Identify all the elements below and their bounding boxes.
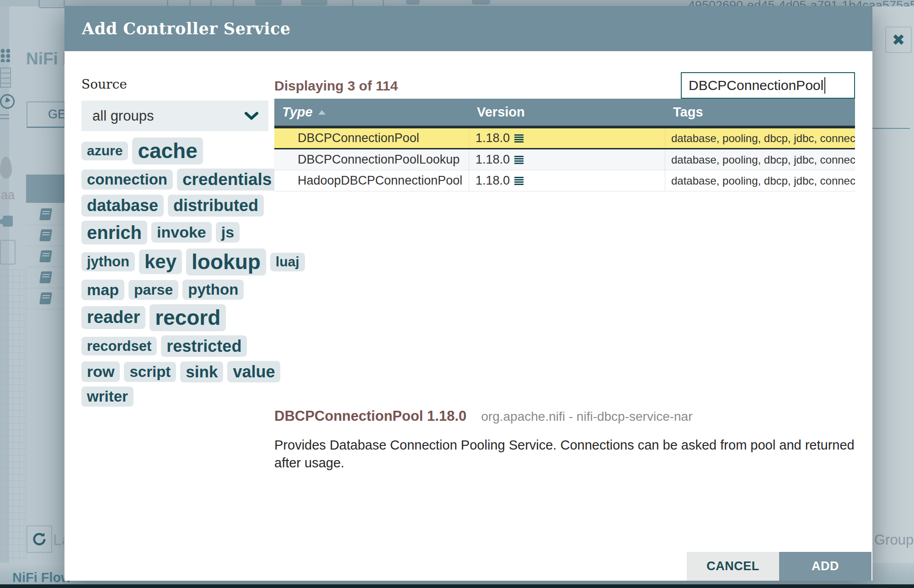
tag-pill-writer[interactable]: writer [81, 387, 134, 407]
book-icon [39, 271, 52, 283]
source-label: Source [81, 77, 127, 92]
tag-pill-cache[interactable]: cache [132, 138, 203, 164]
tag-cloud-row: enrichinvokejs [81, 221, 305, 244]
tag-pill-row[interactable]: row [81, 361, 120, 382]
column-header-tags: Tags [665, 105, 855, 120]
text-caret [824, 77, 825, 94]
version-list-icon[interactable] [514, 156, 524, 164]
nifi-logo-fragment [38, 0, 65, 8]
funnel-icon [406, 0, 420, 5]
tag-pill-js[interactable]: js [216, 222, 240, 243]
source-dropdown-value: all groups [92, 108, 154, 124]
service-detail-title: DBCPConnectionPool 1.18.0 [274, 408, 466, 424]
version-list-icon[interactable] [514, 134, 524, 143]
tag-cloud-row: connectioncredentials [81, 169, 305, 191]
tag-cloud-row: databasedistributed [81, 195, 305, 216]
tag-cloud: azurecacheconnectioncredentialsdatabased… [81, 138, 305, 407]
filter-input-value: DBCPConnectionPool [689, 78, 823, 93]
chevron-down-icon [245, 112, 258, 120]
screen: 49502690-ed45-4d05-a791-1b4caa575a55 NiF… [0, 0, 914, 588]
cancel-button[interactable]: CANCEL [687, 552, 779, 581]
refresh-button [27, 525, 52, 553]
dialog-header: Add Controller Service [64, 6, 872, 51]
source-dropdown[interactable]: all groups [81, 101, 268, 131]
tag-cloud-row: recordsetrestricted [81, 335, 305, 357]
tag-cloud-row: mapparsepython [81, 280, 305, 300]
background-divider [872, 128, 910, 129]
tag-cloud-row: jythonkeylookupluaj [81, 249, 305, 275]
compass-icon [0, 94, 15, 109]
tag-pill-recordset[interactable]: recordset [81, 337, 157, 356]
filter-input[interactable]: DBCPConnectionPool [681, 72, 855, 99]
service-version-cell: 1.18.0 [469, 149, 665, 170]
service-tags-cell: database, pooling, dbcp, jdbc, connec… [665, 170, 855, 191]
tag-cloud-row: readerrecord [81, 304, 305, 331]
tag-pill-database[interactable]: database [81, 195, 164, 216]
service-version-cell: 1.18.0 [469, 170, 665, 191]
tag-pill-restricted[interactable]: restricted [161, 335, 247, 357]
service-bundle: org.apache.nifi - nifi-dbcp-service-nar [481, 409, 692, 424]
service-row-DBCPConnectionPoolLookup[interactable]: DBCPConnectionPoolLookup1.18.0database, … [274, 149, 855, 170]
template-icon [0, 68, 11, 88]
tag-pill-record[interactable]: record [150, 304, 226, 331]
service-tags-cell: database, pooling, dbcp, jdbc, connec… [665, 128, 855, 148]
dialog-title: Add Controller Service [82, 6, 291, 51]
tag-pill-key[interactable]: key [139, 249, 182, 274]
book-icon [39, 250, 52, 262]
refresh-icon [32, 531, 47, 547]
column-header-type[interactable]: Type [274, 105, 469, 120]
background-service-row [26, 267, 65, 288]
component-box-icon [0, 240, 16, 265]
tag-cloud-row: rowscriptsinkvalue [81, 361, 305, 382]
navigate-palette-icon [0, 48, 10, 62]
puzzle-icon [3, 216, 13, 227]
tag-cloud-row: writer [81, 387, 305, 407]
table-body: DBCPConnectionPool1.18.0database, poolin… [274, 127, 855, 191]
tag-pill-script[interactable]: script [124, 362, 176, 382]
background-service-row [26, 225, 65, 246]
service-version-value: 1.18.0 [476, 174, 510, 188]
column-header-version[interactable]: Version [469, 105, 665, 120]
background-service-row [26, 288, 65, 309]
book-icon [39, 208, 52, 220]
tag-pill-parse[interactable]: parse [128, 280, 178, 300]
service-row-HadoopDBCPConnectionPool[interactable]: HadoopDBCPConnectionPool1.18.0database, … [274, 170, 855, 191]
tag-pill-reader[interactable]: reader [81, 306, 145, 329]
service-type-cell: DBCPConnectionPoolLookup [274, 149, 469, 170]
service-version-cell: 1.18.0 [469, 128, 665, 148]
status-bar-edge [0, 584, 914, 588]
tag-cloud-row: azurecache [81, 138, 305, 164]
service-type-cell: DBCPConnectionPool [274, 128, 469, 148]
tag-pill-distributed[interactable]: distributed [168, 195, 264, 216]
tag-pill-jython[interactable]: jython [81, 252, 135, 271]
tag-pill-lookup[interactable]: lookup [186, 249, 266, 275]
zoom-slider-icon [0, 114, 9, 116]
tag-pill-enrich[interactable]: enrich [81, 221, 147, 244]
tag-pill-luaj[interactable]: luaj [270, 253, 305, 271]
tag-pill-map[interactable]: map [81, 280, 124, 300]
tag-pill-value[interactable]: value [227, 361, 280, 382]
tag-pill-connection[interactable]: connection [81, 170, 173, 190]
service-description: Provides Database Connection Pooling Ser… [274, 436, 857, 472]
displaying-count: Displaying 3 of 114 [274, 78, 398, 94]
tag-pill-azure[interactable]: azure [81, 142, 128, 160]
tag-pill-sink[interactable]: sink [180, 361, 223, 382]
book-icon [39, 292, 52, 304]
tag-pill-python[interactable]: python [182, 280, 244, 300]
tag-pill-credentials[interactable]: credentials [177, 169, 277, 191]
service-tags-cell: database, pooling, dbcp, jdbc, connec… [665, 149, 855, 170]
controller-service-table: Type Version Tags DBCPConnectionPool1.18… [274, 99, 855, 191]
service-version-value: 1.18.0 [476, 131, 510, 145]
background-service-row [26, 204, 65, 225]
process-group-icon [301, 0, 327, 5]
version-list-icon[interactable] [514, 177, 524, 185]
add-button[interactable]: ADD [779, 552, 871, 581]
breadcrumb: NiFi Flow [12, 570, 71, 585]
service-row-DBCPConnectionPool[interactable]: DBCPConnectionPool1.18.0database, poolin… [274, 127, 855, 149]
tag-pill-invoke[interactable]: invoke [151, 222, 212, 243]
background-id-text: aa [1, 188, 15, 202]
label-icon [472, 0, 490, 5]
book-icon [39, 229, 52, 241]
background-right-strip: ✖ Group. [872, 6, 914, 563]
output-port-icon [255, 0, 282, 5]
